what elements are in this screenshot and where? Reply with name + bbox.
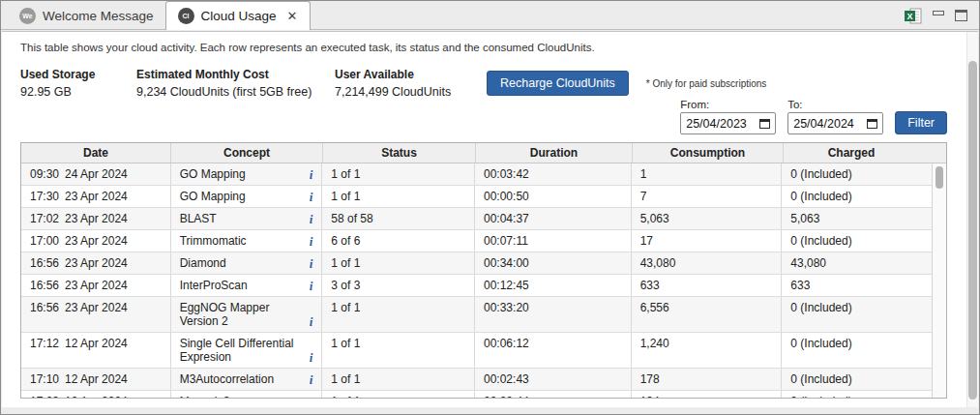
table-row[interactable]: 16:5623 Apr 2024 InterProScani 3 of 3 00… xyxy=(21,275,932,297)
table-scrollbar-thumb[interactable] xyxy=(935,166,943,189)
table-row[interactable]: 17:0223 Apr 2024 BLASTi 58 of 58 00:04:3… xyxy=(21,208,932,230)
view-toolbar: X xyxy=(905,1,979,30)
tab-cloud-usage-label: Cloud Usage xyxy=(201,9,277,23)
tab-welcome-message[interactable]: We Welcome Message xyxy=(8,1,165,30)
cell-time: 17:12 xyxy=(30,337,65,350)
column-header-date: Date xyxy=(21,143,171,163)
welcome-message-tab-icon: We xyxy=(19,8,36,24)
user-available-stat: User Available 7,214,499 CloudUnits xyxy=(335,68,487,99)
cell-status: 1 of 1 xyxy=(322,369,475,390)
view-scrollbar[interactable] xyxy=(966,32,978,407)
cell-consumption: 134 xyxy=(632,391,783,399)
cell-status: 58 of 58 xyxy=(322,208,475,229)
info-icon[interactable]: i xyxy=(304,351,313,364)
from-date-field xyxy=(680,112,776,134)
calendar-icon[interactable] xyxy=(759,119,770,129)
cell-charged: 633 xyxy=(782,275,932,296)
info-icon[interactable]: i xyxy=(304,373,313,386)
used-storage-stat: Used Storage 92.95 GB xyxy=(20,68,136,99)
from-date-input[interactable] xyxy=(686,117,756,131)
recharge-cloudunits-button[interactable]: Recharge CloudUnits xyxy=(487,71,629,96)
cloud-usage-table: Date Concept Status Duration Consumption… xyxy=(20,142,947,399)
cell-duration: 00:04:37 xyxy=(475,208,632,229)
user-available-label: User Available xyxy=(335,68,487,81)
cell-charged: 0 (Included) xyxy=(782,333,932,368)
cell-status: 1 of 1 xyxy=(322,297,475,332)
monthly-cost-value: 9,234 CloudUnits (first 5GB free) xyxy=(136,85,335,99)
table-scrollbar[interactable] xyxy=(932,163,946,398)
cell-charged: 0 (Included) xyxy=(782,297,932,332)
tab-cloud-usage[interactable]: Cl Cloud Usage ✕ xyxy=(165,1,311,30)
cell-duration: 00:02:43 xyxy=(475,369,632,390)
to-date-field xyxy=(787,112,883,134)
cell-time: 17:02 xyxy=(30,212,65,225)
date-filter-bar: From: To: Filter xyxy=(680,99,947,134)
close-icon[interactable]: ✕ xyxy=(287,10,298,22)
cell-consumption: 633 xyxy=(632,275,783,296)
cell-concept: Trimmomatic xyxy=(180,234,304,248)
cell-time: 17:10 xyxy=(30,372,65,386)
from-date-group: From: xyxy=(680,99,776,134)
cell-concept: GO Mapping xyxy=(180,167,304,181)
app-window: We Welcome Message Cl Cloud Usage ✕ X xyxy=(0,0,980,415)
cell-date: 12 Apr 2024 xyxy=(65,372,128,386)
cloud-usage-view: This table shows your cloud activity. Ea… xyxy=(2,31,978,407)
cell-consumption: 1,240 xyxy=(632,333,783,368)
info-icon[interactable]: i xyxy=(304,168,313,181)
cell-charged: 5,063 xyxy=(782,208,932,229)
table-row[interactable]: 16:5623 Apr 2024 Diamondi 1 of 1 00:34:0… xyxy=(21,252,932,275)
cell-date: 23 Apr 2024 xyxy=(65,234,128,248)
info-icon[interactable]: i xyxy=(304,315,313,328)
info-icon[interactable]: i xyxy=(304,257,313,270)
cell-duration: 00:03:42 xyxy=(475,163,632,185)
table-header: Date Concept Status Duration Consumption… xyxy=(21,143,946,163)
cell-date: 12 Apr 2024 xyxy=(65,337,128,350)
info-icon[interactable]: i xyxy=(304,235,313,248)
view-scrollbar-thumb[interactable] xyxy=(968,61,977,400)
svg-text:X: X xyxy=(906,11,912,20)
cell-charged: 43,080 xyxy=(782,252,932,274)
cell-consumption: 5,063 xyxy=(632,208,783,229)
cell-charged: 0 (Included) xyxy=(782,391,932,399)
cell-status: 1 of 1 xyxy=(322,163,475,185)
table-row[interactable]: 16:5623 Apr 2024 EggNOG Mapper Version 2… xyxy=(21,297,932,333)
cell-concept: Diamond xyxy=(180,256,304,270)
cell-date: 23 Apr 2024 xyxy=(65,256,128,270)
info-icon[interactable]: i xyxy=(304,191,313,203)
cell-time: 16:56 xyxy=(30,256,65,270)
info-icon[interactable]: i xyxy=(304,280,313,292)
maximize-icon[interactable] xyxy=(955,10,967,21)
cell-concept: Monocle3 xyxy=(180,395,304,399)
to-date-input[interactable] xyxy=(793,117,863,131)
paid-subscriptions-note: * Only for paid subscriptions xyxy=(646,78,767,89)
cell-concept: M3Autocorrelation xyxy=(180,372,304,386)
used-storage-label: Used Storage xyxy=(20,68,136,81)
column-header-duration: Duration xyxy=(476,143,633,163)
excel-export-icon[interactable]: X xyxy=(905,8,922,24)
cell-date: 23 Apr 2024 xyxy=(65,301,128,314)
cell-date: 23 Apr 2024 xyxy=(65,190,128,203)
cell-concept: GO Mapping xyxy=(180,190,304,203)
table-row[interactable]: 17:1212 Apr 2024 Single Cell Differentia… xyxy=(21,333,932,369)
table-row[interactable]: 17:1012 Apr 2024 M3Autocorrelationi 1 of… xyxy=(21,369,932,391)
table-row[interactable]: 09:3024 Apr 2024 GO Mappingi 1 of 1 00:0… xyxy=(21,163,932,186)
user-available-value: 7,214,499 CloudUnits xyxy=(335,85,487,99)
cell-consumption: 43,080 xyxy=(632,252,783,274)
cell-date: 12 Apr 2024 xyxy=(65,395,128,399)
cell-duration: 00:07:11 xyxy=(475,230,632,252)
cell-time: 16:56 xyxy=(30,279,65,292)
table-row[interactable]: 17:3023 Apr 2024 GO Mappingi 1 of 1 00:0… xyxy=(21,186,932,208)
info-icon[interactable]: i xyxy=(304,396,313,399)
filter-button[interactable]: Filter xyxy=(895,111,947,134)
cell-consumption: 17 xyxy=(632,230,783,252)
table-row[interactable]: 17:0312 Apr 2024 Monocle3i 1 of 1 00:02:… xyxy=(21,391,932,399)
cell-duration: 00:02:44 xyxy=(475,391,632,399)
cell-status: 6 of 6 xyxy=(322,230,475,252)
column-header-status: Status xyxy=(323,143,476,163)
cell-consumption: 6,556 xyxy=(632,297,783,332)
table-row[interactable]: 17:0023 Apr 2024 Trimmomatici 6 of 6 00:… xyxy=(21,230,932,252)
calendar-icon[interactable] xyxy=(867,119,877,129)
cell-time: 17:00 xyxy=(30,234,65,248)
info-icon[interactable]: i xyxy=(304,213,313,225)
cloud-usage-tab-icon: Cl xyxy=(178,8,194,24)
